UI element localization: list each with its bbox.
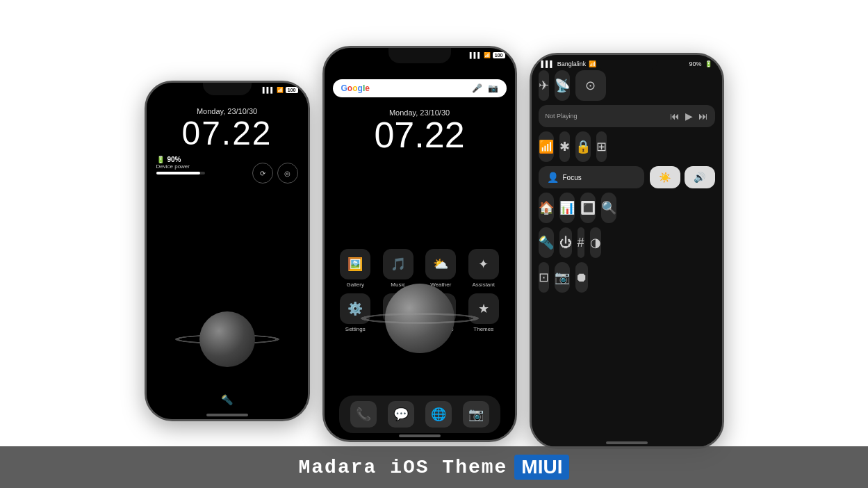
cc-flashlight[interactable]: 🔦: [539, 227, 554, 258]
controlcenter-screen: ▌▌▌ Banglalink 📶 90% 🔋 ✈ 📡 ⊙ Not Playing: [532, 55, 722, 447]
cc-row-4: 🔦 ⏻ # ◑: [532, 227, 722, 258]
cc-search[interactable]: 🔍: [601, 193, 616, 223]
battery-icon-right: 🔋: [705, 60, 712, 67]
notch-right: [596, 55, 658, 70]
phone-lockscreen: ▌▌▌ 📶 100 Monday, 23/10/30 07.22 🔋 90% D…: [145, 81, 310, 421]
battery-progress-bar: [156, 172, 205, 174]
status-icons-center: ▌▌▌ 📶 100: [470, 52, 505, 58]
home-bar-right: [606, 441, 648, 444]
cc-screen-record[interactable]: ⊡: [539, 262, 549, 293]
wifi-icon-center: 📶: [484, 52, 491, 58]
saturn-illustration-left: [172, 301, 283, 377]
flashlight-icon[interactable]: 🔦: [221, 394, 233, 405]
music-icon: 🎵: [383, 249, 413, 279]
cc-accessibility[interactable]: ◑: [590, 227, 601, 258]
widget-icon-1[interactable]: ⟳: [252, 163, 273, 184]
cc-bluetooth[interactable]: ✱: [559, 131, 570, 162]
mic-icon[interactable]: 🎤: [472, 83, 482, 93]
cc-wifi[interactable]: 📶: [539, 131, 554, 162]
controls-row: 👤 Focus ☀️ 🔊: [532, 166, 722, 188]
dock-browser[interactable]: 🌐: [425, 401, 452, 428]
play-icon[interactable]: ▶: [685, 111, 693, 122]
miui-badge: MIUI: [514, 455, 569, 480]
cc-calculator[interactable]: #: [578, 227, 584, 258]
volume-slider[interactable]: 🔊: [685, 166, 715, 188]
media-title: Not Playing: [546, 113, 578, 120]
dock-phone[interactable]: 📞: [350, 401, 377, 428]
widget-icon-2[interactable]: ◎: [277, 163, 298, 184]
assistant-icon: ✦: [468, 249, 499, 279]
signal-icon-center: ▌▌▌: [470, 52, 482, 58]
lockscreen-screen: ▌▌▌ 📶 100 Monday, 23/10/30 07.22 🔋 90% D…: [147, 83, 308, 419]
cc-nfc[interactable]: 🔳: [580, 193, 596, 223]
lockscreen-time: 07.22: [147, 117, 308, 150]
media-tile: Not Playing ⏮ ▶ ⏭: [539, 105, 715, 127]
phone-homescreen: ▌▌▌ 📶 100 Google 🎤 📷 Monday, 23/10/30 07…: [322, 46, 517, 442]
focus-icon: 👤: [547, 172, 559, 183]
dock-messages[interactable]: 💬: [388, 401, 414, 428]
lockscreen-date: Monday, 23/10/30: [147, 107, 308, 115]
gallery-icon: 🖼️: [340, 249, 370, 279]
home-bar-center: [399, 434, 441, 437]
battery-fill: [156, 172, 200, 174]
cc-screen-mirror[interactable]: ⊞: [596, 131, 607, 162]
homescreen-screen: ▌▌▌ 📶 100 Google 🎤 📷 Monday, 23/10/30 07…: [325, 48, 515, 440]
phone-controlcenter: ▌▌▌ Banglalink 📶 90% 🔋 ✈ 📡 ⊙ Not Playing: [530, 53, 724, 449]
cc-cellular[interactable]: 📡: [555, 70, 570, 101]
cc-record[interactable]: ⏺: [575, 262, 588, 293]
cc-row-5: ⊡ 📷 ⏺: [532, 262, 722, 293]
widget-icons: ⟳ ◎: [252, 163, 298, 184]
home-bar-left: [206, 414, 248, 416]
next-icon[interactable]: ⏭: [698, 111, 708, 122]
cc-signal[interactable]: 📊: [559, 193, 575, 223]
dock: 📞 💬 🌐 📷: [339, 396, 500, 433]
carrier-name: Banglalink: [557, 60, 587, 67]
battery-percent: 90%: [167, 156, 181, 163]
saturn-planet-left: [199, 311, 255, 367]
signal-icon: ▌▌▌: [263, 87, 275, 93]
signal-bars-right: ▌▌▌: [541, 60, 555, 67]
battery-percent-right: 90%: [689, 60, 701, 67]
cc-airplay[interactable]: ⊙: [575, 70, 606, 101]
status-icons-left: ▌▌▌ 📶 100: [263, 87, 298, 93]
slider-group: ☀️ 🔊: [650, 166, 715, 188]
google-search-bar[interactable]: Google 🎤 📷: [333, 79, 507, 97]
brightness-slider[interactable]: ☀️: [650, 166, 680, 188]
dock-camera[interactable]: 📷: [463, 401, 489, 428]
media-controls: ⏮ ▶ ⏭: [670, 111, 708, 122]
cc-rotation-lock[interactable]: 🔒: [575, 131, 591, 162]
focus-button[interactable]: 👤 Focus: [539, 166, 644, 188]
cc-airplane[interactable]: ✈: [539, 70, 549, 101]
battery-icon-center: 100: [493, 52, 505, 58]
search-icons: 🎤 📷: [472, 83, 498, 93]
main-scene: ▌▌▌ 📶 100 Monday, 23/10/30 07.22 🔋 90% D…: [0, 0, 868, 488]
cc-home[interactable]: 🏠: [539, 193, 554, 223]
cc-row-2: 📶 ✱ 🔒 ⊞: [532, 131, 722, 162]
prev-icon[interactable]: ⏮: [670, 111, 680, 122]
cc-row-1: ✈ 📡 ⊙: [532, 70, 722, 101]
notch-center: [388, 48, 451, 63]
google-logo: Google: [341, 83, 370, 93]
cc-power[interactable]: ⏻: [559, 227, 572, 258]
homescreen-date: Monday, 23/10/30: [325, 108, 515, 117]
wifi-icon: 📶: [277, 87, 284, 93]
focus-label: Focus: [563, 174, 582, 181]
cc-row-3: 🏠 📊 🔳 🔍: [532, 193, 722, 223]
theme-title: Madara iOS Theme: [299, 457, 508, 478]
bottom-title-bar: Madara iOS Theme MIUI: [0, 446, 868, 488]
homescreen-time: 07.22: [325, 117, 515, 153]
saturn-illustration-center: [357, 277, 482, 360]
cc-camera[interactable]: 📷: [555, 262, 570, 293]
notch-left: [203, 83, 252, 95]
weather-icon: ⛅: [425, 249, 456, 279]
camera-search-icon[interactable]: 📷: [488, 83, 498, 93]
battery-icon-left: 100: [286, 87, 298, 93]
